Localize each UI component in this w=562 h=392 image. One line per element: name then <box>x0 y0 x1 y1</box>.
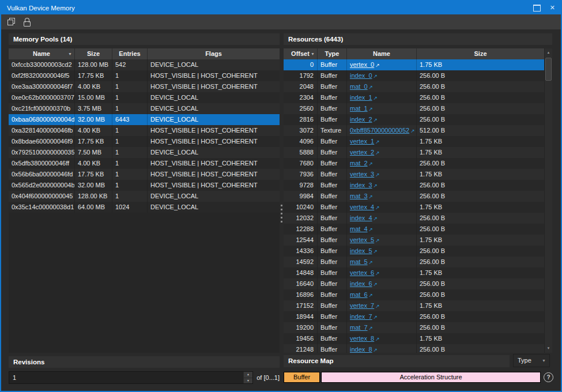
go-to-icon[interactable]: ↗ <box>410 128 415 134</box>
go-to-icon[interactable]: ↗ <box>369 325 374 331</box>
resource-link[interactable]: 0xbff8570000000052 <box>350 127 409 134</box>
revision-spinbox[interactable]: 1 ▲ ▼ <box>9 371 253 384</box>
resource-row[interactable]: 17152Buffervertex_7↗1.75 KB <box>284 300 544 311</box>
go-to-icon[interactable]: ↗ <box>375 205 380 210</box>
resource-row[interactable]: 3072Texture0xbff8570000000052↗512.00 B <box>284 125 544 136</box>
memory-pool-row[interactable]: 0xf2f83200000046f517.75 KB1HOST_VISIBLE … <box>9 70 280 81</box>
revision-value[interactable]: 1 <box>9 372 243 383</box>
column-header-name[interactable]: Name ▼ <box>9 48 75 59</box>
resource-link[interactable]: vertex_7 <box>350 302 374 309</box>
resource-row[interactable]: 14336Bufferindex_5↗256.00 B <box>284 246 544 257</box>
column-header-entries[interactable]: Entries <box>112 48 148 59</box>
go-to-icon[interactable]: ↗ <box>375 150 380 156</box>
resource-row[interactable]: 19200Buffermat_7↗256.00 B <box>284 322 544 333</box>
memory-pool-row[interactable]: 0xe3aa3000000046f74.00 KB1HOST_VISIBLE |… <box>9 81 280 92</box>
column-header-name[interactable]: Name <box>347 48 417 59</box>
resource-row[interactable]: 2560Buffermat_1↗256.00 B <box>284 103 544 114</box>
resource-row[interactable]: 9984Buffermat_3↗256.00 B <box>284 191 544 202</box>
memory-pool-row[interactable]: 0x79251000000000357.50 MB1DEVICE_LOCAL <box>9 147 280 158</box>
resource-row[interactable]: 2816Bufferindex_2↗256.00 B <box>284 114 544 125</box>
go-to-icon[interactable]: ↗ <box>375 62 380 68</box>
go-to-icon[interactable]: ↗ <box>369 161 374 167</box>
close-icon[interactable]: ✕ <box>550 5 555 11</box>
resource-row[interactable]: 16640Bufferindex_6↗256.00 B <box>284 278 544 289</box>
resource-row[interactable]: 2048Buffermat_0↗256.00 B <box>284 81 544 92</box>
resource-row[interactable]: 5888Buffervertex_2↗1.75 KB <box>284 147 544 158</box>
resource-link[interactable]: vertex_4 <box>350 203 374 210</box>
column-header-offset[interactable]: Offset ▼ <box>284 48 318 59</box>
resource-map-segment-buffer[interactable]: Buffer <box>284 372 320 383</box>
go-to-icon[interactable]: ↗ <box>374 314 378 320</box>
resource-map-segment-acceleration-structure[interactable]: Acceleration Structure <box>321 372 541 383</box>
resource-link[interactable]: mat_1 <box>350 105 368 112</box>
go-to-icon[interactable]: ↗ <box>375 172 380 178</box>
resource-link[interactable]: mat_2 <box>350 160 368 167</box>
memory-pool-row[interactable]: 0xc21fcf000000370b3.75 MB1DEVICE_LOCAL <box>9 103 280 114</box>
go-to-icon[interactable]: ↗ <box>375 336 380 342</box>
go-to-icon[interactable]: ↗ <box>374 183 378 189</box>
resource-link[interactable]: mat_3 <box>350 193 368 199</box>
resource-row[interactable]: 14592Buffermat_5↗256.00 B <box>284 257 544 267</box>
resource-row[interactable]: 12544Buffervertex_5↗1.75 KB <box>284 235 544 246</box>
go-to-icon[interactable]: ↗ <box>374 216 378 221</box>
resource-row[interactable]: 7680Buffermat_2↗256.00 B <box>284 158 544 169</box>
resource-row[interactable]: 12032Bufferindex_4↗256.00 B <box>284 213 544 224</box>
column-header-size[interactable]: Size <box>75 48 112 59</box>
column-header-type[interactable]: Type <box>318 48 347 59</box>
go-to-icon[interactable]: ↗ <box>369 227 374 232</box>
resource-row[interactable]: 18944Bufferindex_7↗256.00 B <box>284 311 544 322</box>
memory-pool-row[interactable]: 0xbaa068000000004d32.00 MB6443DEVICE_LOC… <box>9 114 280 125</box>
scrollbar-thumb[interactable] <box>545 58 552 81</box>
resource-link[interactable]: vertex_5 <box>350 236 374 243</box>
memory-pool-row[interactable]: 0x35c14c00000038d164.00 MB1024DEVICE_LOC… <box>9 202 280 213</box>
resource-link[interactable]: index_2 <box>350 116 372 123</box>
spin-up-icon[interactable]: ▲ <box>244 372 252 378</box>
go-to-icon[interactable]: ↗ <box>375 238 380 243</box>
go-to-icon[interactable]: ↗ <box>369 292 374 298</box>
resource-link[interactable]: mat_0 <box>350 83 368 90</box>
scrollbar-track[interactable] <box>545 81 552 344</box>
resource-row[interactable]: 1792Bufferindex_0↗256.00 B <box>284 70 544 81</box>
memory-pool-row[interactable]: 0x8bdae600000046f917.75 KB1HOST_VISIBLE … <box>9 136 280 147</box>
go-to-icon[interactable]: ↗ <box>374 117 378 123</box>
resource-link[interactable]: index_3 <box>350 182 372 189</box>
resource-link[interactable]: mat_4 <box>350 225 368 232</box>
go-to-icon[interactable]: ↗ <box>374 95 378 101</box>
resource-link[interactable]: vertex_0 <box>350 61 374 68</box>
panel-splitter-handle[interactable] <box>280 205 283 229</box>
go-to-icon[interactable]: ↗ <box>374 347 378 353</box>
memory-pool-row[interactable]: 0x565d2e000000004b32.00 MB1HOST_VISIBLE … <box>9 180 280 191</box>
resource-link[interactable]: index_8 <box>350 346 372 353</box>
memory-pool-row[interactable]: 0xe0c62b000000370715.00 MB1DEVICE_LOCAL <box>9 92 280 103</box>
resource-link[interactable]: vertex_2 <box>350 149 374 156</box>
resource-link[interactable]: mat_6 <box>350 291 368 298</box>
resource-link[interactable]: vertex_3 <box>350 171 374 178</box>
scroll-up-icon[interactable]: ▲ <box>545 48 552 57</box>
memory-pool-row[interactable]: 0xfccb330000003cd2128.00 MB542DEVICE_LOC… <box>9 59 280 70</box>
memory-pool-row[interactable]: 0x5dfb3800000046ff4.00 KB1HOST_VISIBLE |… <box>9 158 280 169</box>
lock-icon[interactable] <box>22 17 32 27</box>
resource-row[interactable]: 7936Buffervertex_3↗1.75 KB <box>284 169 544 180</box>
resource-link[interactable]: index_1 <box>350 94 372 101</box>
column-header-flags[interactable]: Flags <box>148 48 280 59</box>
go-to-icon[interactable]: ↗ <box>374 73 378 79</box>
resource-link[interactable]: mat_5 <box>350 258 368 265</box>
go-to-icon[interactable]: ↗ <box>369 194 374 199</box>
resource-link[interactable]: index_0 <box>350 72 372 79</box>
resource-row[interactable]: 19456Buffervertex_8↗1.75 KB <box>284 333 544 344</box>
resource-link[interactable]: index_4 <box>350 214 372 221</box>
title-bar[interactable]: Vulkan Device Memory ✕ <box>1 1 561 14</box>
resource-row[interactable]: 16896Buffermat_6↗256.00 B <box>284 289 544 300</box>
resource-link[interactable]: index_6 <box>350 280 372 287</box>
resources-scrollbar[interactable]: ▲ ▼ <box>544 48 552 353</box>
go-to-icon[interactable]: ↗ <box>375 270 380 276</box>
resource-link[interactable]: mat_7 <box>350 324 368 331</box>
go-to-icon[interactable]: ↗ <box>369 259 374 265</box>
resource-row[interactable]: 21248Bufferindex_8↗256.00 B <box>284 344 544 353</box>
scroll-down-icon[interactable]: ▼ <box>545 344 552 353</box>
resource-row[interactable]: 9728Bufferindex_3↗256.00 B <box>284 180 544 191</box>
memory-pool-row[interactable]: 0x404f600000000045128.00 KB1DEVICE_LOCAL <box>9 191 280 202</box>
resource-link[interactable]: vertex_1 <box>350 138 374 145</box>
resource-row[interactable]: 12288Buffermat_4↗256.00 B <box>284 224 544 235</box>
duplicate-view-icon[interactable] <box>6 17 17 27</box>
